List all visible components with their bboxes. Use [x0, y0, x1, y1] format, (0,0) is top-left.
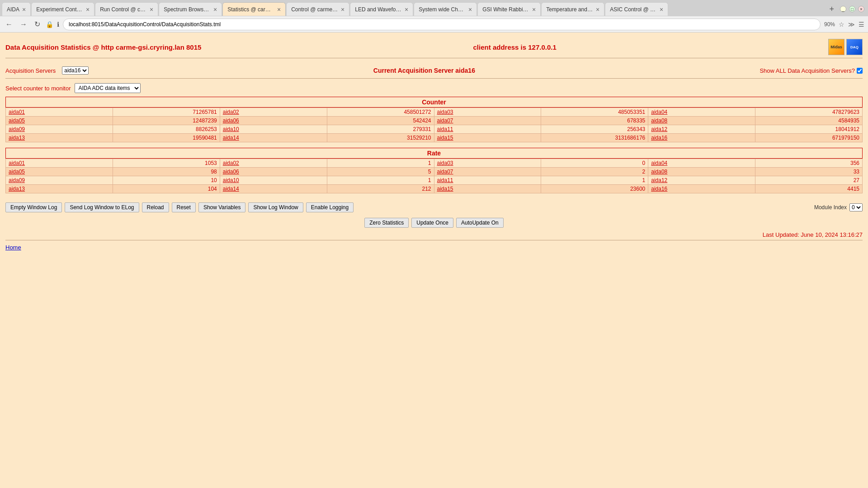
- zero-statistics-button[interactable]: Zero Statistics: [364, 218, 409, 228]
- forward-button[interactable]: →: [18, 19, 29, 29]
- table-row: aida13104aida14212aida1523600aida164415: [6, 185, 863, 193]
- minimize-button[interactable]: _: [840, 6, 846, 12]
- midas-logo: Midas: [828, 39, 844, 55]
- tab-close-icon[interactable]: ×: [86, 6, 90, 13]
- update-once-button[interactable]: Update Once: [411, 218, 453, 228]
- counter-section-header: Counter: [5, 97, 863, 108]
- buttons-row: Empty Window Log Send Log Window to ELog…: [5, 199, 863, 216]
- table-row: aida0598aida065aida072aida0833: [6, 168, 863, 176]
- tab-spectrumbrow[interactable]: Spectrum Browser...×: [159, 2, 222, 16]
- reload-browser-button[interactable]: ↻: [33, 19, 42, 29]
- table-row: aida0512487239aida06542424aida07678335ai…: [6, 117, 863, 125]
- current-server: Current Acquisition Server aida16: [373, 67, 475, 74]
- show-all-label: Show ALL Data Acquisition Servers?: [760, 67, 855, 74]
- module-index-select[interactable]: 0 1 2: [849, 203, 863, 211]
- tab-close-icon[interactable]: ×: [277, 6, 281, 13]
- acquisition-servers-label: Acquisition Servers: [5, 67, 56, 74]
- tab-close-icon[interactable]: ×: [468, 6, 472, 13]
- close-button[interactable]: ×: [858, 6, 864, 12]
- table-row: aida098826253aida10279331aida11256343aid…: [6, 125, 863, 134]
- page-content: Data Acquisition Statistics @ http carme…: [0, 33, 868, 258]
- empty-window-log-button[interactable]: Empty Window Log: [5, 202, 62, 212]
- app-logo: DAQ: [846, 39, 863, 55]
- rate-table: aida011053aida021aida030aida04356aida059…: [5, 159, 863, 193]
- rate-section-header: Rate: [5, 148, 863, 159]
- tab-runcontrol@c[interactable]: Run Control @ car...×: [95, 2, 158, 16]
- tab-close-icon[interactable]: ×: [405, 6, 408, 13]
- maximize-button[interactable]: □: [849, 6, 855, 12]
- table-row: aida011053aida021aida030aida04356: [6, 159, 863, 168]
- show-all-checkbox[interactable]: [857, 68, 863, 74]
- show-window-log-button[interactable]: Show Log Window: [248, 202, 303, 212]
- counter-dropdown[interactable]: AIDA ADC data items: [75, 83, 141, 93]
- logo-area: Midas DAQ: [828, 39, 863, 55]
- tab-statistics@c[interactable]: Statistics @ carme...×: [222, 2, 286, 16]
- client-address: client address is 127.0.0.1: [473, 43, 557, 51]
- menu-icon[interactable]: ☰: [859, 21, 864, 28]
- url-input[interactable]: [63, 19, 821, 30]
- zoom-level: 90%: [824, 21, 835, 28]
- tab-control@carm[interactable]: Control @ carme-c...×: [286, 2, 349, 16]
- table-row: aida0910aida101aida111aida1227: [6, 176, 863, 185]
- enable-logging-button[interactable]: Enable Logging: [306, 202, 354, 212]
- bookmark-icon[interactable]: ☆: [839, 21, 844, 28]
- new-tab-button[interactable]: +: [826, 5, 838, 14]
- info-icon: ℹ: [57, 21, 59, 28]
- counter-table: aida0171265781aida02458501272aida0348505…: [5, 108, 863, 142]
- page-title: Data Acquisition Statistics @ http carme…: [5, 43, 201, 51]
- table-row: aida1319590481aida1431529210aida15313168…: [6, 134, 863, 142]
- reload-button[interactable]: Reload: [142, 202, 169, 212]
- counter-select-row: Select counter to monitor AIDA ADC data …: [5, 83, 863, 93]
- tab-experimentco[interactable]: Experiment Contro...×: [31, 2, 94, 16]
- tab-close-icon[interactable]: ×: [341, 6, 344, 13]
- server-select[interactable]: aida16: [62, 66, 89, 75]
- home-link[interactable]: Home: [5, 244, 21, 251]
- nav-bar: ← → ↻ 🔒 ℹ 90% ☆ ≫ ☰: [0, 16, 868, 33]
- extensions-icon[interactable]: ≫: [848, 21, 855, 28]
- window-controls: _ □ ×: [838, 4, 866, 14]
- tab-gsiwhiterabb[interactable]: GSI White Rabbit T...×: [477, 2, 541, 16]
- tab-close-icon[interactable]: ×: [532, 6, 536, 13]
- reset-button[interactable]: Reset: [172, 202, 196, 212]
- tab-asiccontrol@[interactable]: ASIC Control @ ca...×: [605, 2, 668, 16]
- autoupdate-on-button[interactable]: AutoUpdate On: [456, 218, 504, 228]
- tab-close-icon[interactable]: ×: [660, 6, 663, 13]
- tab-close-icon[interactable]: ×: [596, 6, 599, 13]
- center-buttons: Zero Statistics Update Once AutoUpdate O…: [5, 216, 863, 230]
- page-header: Data Acquisition Statistics @ http carme…: [5, 36, 863, 58]
- tab-close-icon[interactable]: ×: [22, 6, 26, 13]
- tab-aida[interactable]: AIDA×: [2, 2, 31, 16]
- tab-close-icon[interactable]: ×: [213, 6, 217, 13]
- send-log-to-elog-button[interactable]: Send Log Window to ELog: [65, 202, 139, 212]
- counter-section: Counter aida0171265781aida02458501272aid…: [5, 97, 863, 142]
- tab-systemwidech[interactable]: System wide Chec...×: [414, 2, 477, 16]
- tab-close-icon[interactable]: ×: [150, 6, 153, 13]
- module-index-label: Module Index: [814, 204, 847, 211]
- rate-section: Rate aida011053aida021aida030aida04356ai…: [5, 148, 863, 193]
- tab-bar: AIDA×Experiment Contro...×Run Control @ …: [0, 0, 868, 16]
- security-icon: 🔒: [46, 21, 53, 28]
- table-row: aida0171265781aida02458501272aida0348505…: [6, 108, 863, 117]
- footer: Home: [5, 240, 863, 254]
- server-row: Acquisition Servers aida16 Current Acqui…: [5, 63, 863, 79]
- show-variables-button[interactable]: Show Variables: [198, 202, 246, 212]
- tab-ledandwavefo[interactable]: LED and Waveform...×: [350, 2, 413, 16]
- tab-temperaturea[interactable]: Temperature and s...×: [541, 2, 604, 16]
- back-button[interactable]: ←: [4, 19, 14, 29]
- last-updated: Last Updated: June 10, 2024 13:16:27: [5, 230, 863, 240]
- counter-label: Select counter to monitor: [5, 85, 71, 92]
